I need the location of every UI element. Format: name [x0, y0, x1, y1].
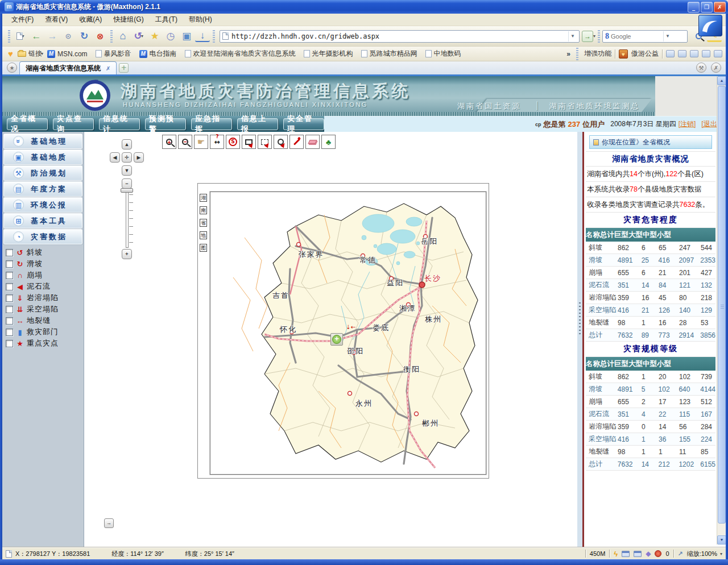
sidebar-menu-item[interactable]: ◔ 灾害数据 [3, 229, 82, 244]
link-item[interactable]: 欢迎登陆湖南省地质灾害信息系统 [185, 49, 296, 59]
charity-shield-icon[interactable]: ♥ [619, 49, 628, 59]
maximize-button[interactable]: ❐ [701, 2, 713, 13]
links-folder-icon[interactable] [18, 51, 26, 57]
map-canvas[interactable]: 张家界常德岳阳益阳长沙吉首湘潭株州怀化娄底邵阳衡阳永州郴州 ⇣⇠ [210, 192, 486, 475]
active-tab[interactable]: 湖南省地质灾害信息系统 ✗ [19, 61, 117, 74]
dropdown-circle-icon[interactable]: ⊙ [61, 29, 76, 44]
history-clock-icon[interactable]: ◷ [163, 29, 178, 44]
brush-icon[interactable] [702, 50, 710, 57]
zoom-slider-thumb[interactable] [121, 188, 133, 193]
search-dropdown-icon[interactable]: ▼ [663, 31, 672, 41]
url-dropdown-icon[interactable]: ▼ [568, 31, 577, 41]
layer-checkbox[interactable] [6, 317, 13, 325]
download-icon[interactable]: ↓ [195, 31, 210, 42]
menu-item[interactable]: 查看(V) [39, 14, 73, 26]
scroll-up-icon[interactable]: ▲ [717, 76, 726, 85]
menu-item[interactable]: 收藏(A) [73, 14, 107, 26]
sidebar-menu-item[interactable]: ▤ 年度方案 [3, 181, 82, 197]
tab-tools-icon[interactable]: ⚒ [696, 63, 706, 73]
link-item[interactable]: 中地数码 [425, 49, 461, 59]
plugin-icon[interactable]: ◆ [646, 550, 651, 558]
scroll-thumb[interactable] [718, 86, 726, 524]
nav-tab[interactable]: 信息统计 [99, 118, 140, 130]
tab-star-icon[interactable]: ★ [7, 63, 17, 73]
eraser-icon[interactable] [305, 135, 320, 149]
tab-close-icon[interactable]: ✗ [106, 65, 110, 72]
sidebar-menu-item[interactable]: ▣ 基础地质 [3, 149, 82, 165]
layer-checkbox[interactable] [6, 283, 13, 290]
link-item[interactable]: M 电台指南 [139, 49, 177, 59]
address-bar[interactable]: ▼ [220, 30, 580, 43]
select-rect-icon[interactable] [242, 135, 256, 149]
sidebar-menu-item[interactable]: ▥ 环境公报 [3, 197, 82, 213]
undo-icon[interactable]: ↺▾ [131, 29, 146, 44]
sidebar-menu-item[interactable]: ⊞ 基本工具 [3, 213, 82, 229]
new-tab-icon[interactable]: ▾ [13, 29, 28, 44]
scroll-down-icon[interactable]: ▼ [717, 535, 726, 545]
zoom-dropdown-icon[interactable]: ▾ [720, 551, 722, 556]
measure-icon[interactable]: ↔? [210, 135, 224, 149]
layer-checkbox[interactable] [6, 340, 13, 347]
plus-features-label[interactable]: 增强功能 [584, 49, 611, 59]
url-input[interactable] [231, 32, 568, 40]
select-circle-icon[interactable] [274, 135, 288, 149]
full-extent-tree-icon[interactable]: ♣ [321, 135, 336, 149]
zoom-level[interactable]: 缩放:100% [687, 550, 717, 558]
logout-link[interactable]: [注销] [679, 119, 696, 129]
search-box[interactable]: 8 ▼ [602, 30, 688, 43]
layer-checkbox[interactable] [6, 260, 13, 268]
refresh-icon[interactable]: ↻ [77, 29, 92, 44]
menu-item[interactable]: 快捷组(G) [107, 14, 149, 26]
links-overflow-icon[interactable]: » [566, 50, 570, 58]
go-dropdown-icon[interactable]: ▾ [593, 34, 595, 39]
zoom-slider-track[interactable] [126, 191, 129, 248]
window-mode-icon[interactable] [678, 50, 686, 57]
map-locate-button[interactable] [330, 333, 343, 346]
boost-icon[interactable]: ϟ [614, 550, 618, 558]
window-capture-icon[interactable]: ▣ [179, 29, 194, 44]
forward-icon[interactable]: → [45, 29, 60, 44]
pan-right-button[interactable]: ▶ [134, 152, 144, 163]
page-scrollbar[interactable]: ▲ ▼ [717, 76, 726, 545]
sidebar-menu-item[interactable]: ⚒ 防治规划 [3, 165, 82, 181]
link-item[interactable]: 觅路城市精品网 [361, 49, 417, 59]
ad-filter-icon[interactable] [655, 550, 661, 557]
links-folder-label[interactable]: 链接 [28, 49, 42, 59]
layer-checkbox[interactable] [6, 294, 13, 302]
panel-splitter[interactable] [577, 132, 582, 547]
link-item[interactable]: M MSN.com [47, 50, 88, 58]
charity-label[interactable]: 傲游公益 [631, 49, 659, 59]
zoom-resize-icon[interactable]: ↗ [678, 550, 683, 558]
zoom-out-icon[interactable]: − [178, 135, 192, 149]
favorites-heart-icon[interactable]: ♥ [8, 49, 13, 59]
scale-icon[interactable]: S [226, 135, 240, 149]
nav-tab[interactable]: 全省概况 [7, 118, 48, 130]
notes-icon[interactable] [690, 50, 698, 57]
globe-icon[interactable] [714, 50, 722, 57]
zoom-minus-button[interactable]: − [122, 178, 132, 189]
close-button[interactable]: ✗ [714, 2, 726, 13]
pan-left-button[interactable]: ◀ [110, 152, 120, 163]
menu-item[interactable]: 文件(F) [6, 14, 39, 26]
layer-checkbox[interactable] [6, 329, 13, 336]
maxthon-logo[interactable] [698, 15, 722, 36]
menu-item[interactable]: 帮助(H) [183, 14, 218, 26]
magic-wand-icon[interactable]: ★ [147, 29, 162, 44]
search-input[interactable] [611, 33, 663, 40]
zoom-in-icon[interactable]: + [162, 135, 176, 149]
new-tab-button[interactable]: + [119, 63, 129, 73]
nav-tab[interactable]: 安全管理 [283, 118, 324, 130]
back-icon[interactable]: ← [29, 29, 44, 44]
google-engine-icon[interactable]: 8 [605, 32, 609, 40]
draw-line-icon[interactable] [289, 135, 304, 149]
link-item[interactable]: 暴风影音 [96, 49, 131, 59]
menu-item[interactable]: 工具(T) [150, 14, 183, 26]
stop-icon[interactable]: ⊗ [93, 29, 107, 44]
nav-tab[interactable]: 应急指挥 [191, 118, 232, 130]
go-button[interactable]: → [582, 31, 593, 42]
zoom-plus-button[interactable]: + [122, 249, 132, 259]
minimize-button[interactable]: _ [688, 2, 700, 13]
nav-tab[interactable]: 信息上报 [237, 118, 278, 130]
nav-tab[interactable]: 预测预警 [145, 118, 186, 130]
select-polygon-icon[interactable] [258, 135, 272, 149]
